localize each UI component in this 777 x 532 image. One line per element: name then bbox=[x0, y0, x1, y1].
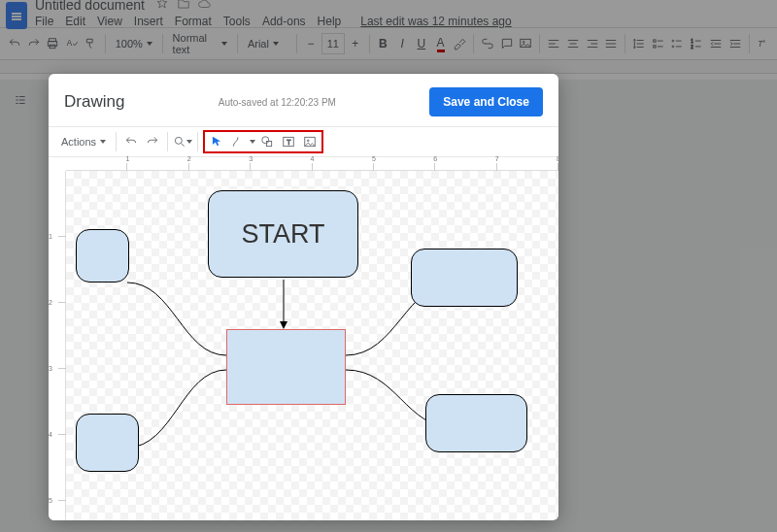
menu-insert[interactable]: Insert bbox=[134, 15, 163, 28]
textbox-tool[interactable]: T bbox=[279, 132, 298, 151]
shape-tool[interactable] bbox=[257, 132, 277, 151]
font-dropdown[interactable]: Arial bbox=[243, 33, 291, 54]
svg-rect-2 bbox=[50, 45, 55, 49]
svg-rect-7 bbox=[653, 46, 655, 48]
menu-format[interactable]: Format bbox=[175, 15, 212, 28]
text-color-button[interactable]: A bbox=[432, 33, 450, 54]
last-edit-link[interactable]: Last edit was 12 minutes ago bbox=[360, 15, 511, 28]
docs-toolbar: A 100% Normal text Arial − 11 + B I U A … bbox=[0, 27, 777, 60]
undo-button[interactable] bbox=[121, 132, 141, 151]
line-tool-dropdown[interactable] bbox=[250, 140, 255, 144]
drawing-toolbar: Actions T bbox=[49, 126, 558, 157]
indent-decrease-button[interactable] bbox=[707, 33, 725, 54]
align-justify-button[interactable] bbox=[602, 33, 620, 54]
clear-formatting-button[interactable]: Tx bbox=[754, 33, 771, 54]
bulleted-list-button[interactable] bbox=[669, 33, 687, 54]
undo-button[interactable] bbox=[6, 33, 23, 54]
drawing-canvas[interactable]: START bbox=[66, 171, 558, 520]
menu-addons[interactable]: Add-ons bbox=[262, 15, 306, 28]
shape-bottom-left[interactable] bbox=[76, 414, 139, 472]
vertical-ruler: 12345 bbox=[49, 171, 66, 520]
font-size-increase[interactable]: + bbox=[347, 33, 364, 54]
select-tool[interactable] bbox=[207, 132, 226, 151]
image-tool[interactable] bbox=[300, 132, 320, 151]
star-icon[interactable] bbox=[155, 0, 171, 13]
svg-rect-6 bbox=[653, 40, 655, 42]
docs-ruler bbox=[0, 60, 777, 74]
shape-bottom-right[interactable] bbox=[425, 394, 527, 452]
svg-point-5 bbox=[524, 41, 525, 43]
align-right-button[interactable] bbox=[584, 33, 601, 54]
menu-tools[interactable]: Tools bbox=[223, 15, 251, 28]
numbered-list-button[interactable]: 12 bbox=[688, 33, 705, 54]
highlighted-toolbox: T bbox=[203, 130, 323, 153]
menu-file[interactable]: File bbox=[35, 15, 53, 28]
line-tool[interactable] bbox=[228, 132, 248, 151]
shape-top-left[interactable] bbox=[76, 229, 129, 283]
menu-edit[interactable]: Edit bbox=[65, 15, 85, 28]
svg-text:1: 1 bbox=[691, 39, 693, 44]
menu-help[interactable]: Help bbox=[318, 15, 342, 28]
svg-rect-16 bbox=[266, 141, 271, 146]
spellcheck-button[interactable]: A bbox=[63, 33, 81, 54]
cloud-icon[interactable] bbox=[198, 0, 214, 13]
line-spacing-button[interactable] bbox=[630, 33, 648, 54]
svg-point-8 bbox=[672, 40, 674, 42]
svg-text:A: A bbox=[67, 39, 73, 48]
save-and-close-button[interactable]: Save and Close bbox=[429, 87, 543, 116]
align-left-button[interactable] bbox=[545, 33, 562, 54]
svg-point-14 bbox=[175, 137, 182, 144]
font-size-input[interactable]: 11 bbox=[321, 33, 345, 54]
paragraph-style-dropdown[interactable]: Normal text bbox=[168, 33, 233, 54]
move-icon[interactable] bbox=[177, 0, 192, 13]
menu-bar: File Edit View Insert Format Tools Add-o… bbox=[35, 13, 512, 34]
actions-dropdown[interactable]: Actions bbox=[56, 131, 111, 152]
italic-button[interactable]: I bbox=[393, 33, 411, 54]
svg-text:T: T bbox=[287, 139, 291, 146]
svg-point-9 bbox=[672, 46, 674, 48]
insert-link-button[interactable] bbox=[479, 33, 496, 54]
redo-button[interactable] bbox=[143, 132, 162, 151]
drawing-dialog: Drawing Auto-saved at 12:20:23 PM Save a… bbox=[49, 74, 558, 520]
svg-point-15 bbox=[262, 137, 269, 144]
shape-top-right[interactable] bbox=[411, 249, 518, 307]
svg-point-20 bbox=[307, 140, 309, 142]
horizontal-ruler: 12345678 bbox=[66, 157, 558, 171]
docs-logo[interactable] bbox=[6, 2, 27, 29]
insert-image-button[interactable] bbox=[518, 33, 535, 54]
redo-button[interactable] bbox=[25, 33, 43, 54]
shape-start[interactable]: START bbox=[208, 190, 358, 278]
menu-view[interactable]: View bbox=[97, 15, 122, 28]
underline-button[interactable]: U bbox=[413, 33, 430, 54]
paint-format-button[interactable] bbox=[83, 33, 100, 54]
print-button[interactable] bbox=[45, 33, 62, 54]
svg-text:x: x bbox=[763, 39, 766, 44]
document-title[interactable]: Untitled document bbox=[35, 0, 145, 13]
align-center-button[interactable] bbox=[564, 33, 582, 54]
dialog-title: Drawing bbox=[64, 92, 124, 112]
zoom-dropdown[interactable]: 100% bbox=[111, 33, 157, 54]
outline-toggle-icon[interactable] bbox=[14, 93, 33, 109]
bold-button[interactable]: B bbox=[374, 33, 391, 54]
indent-increase-button[interactable] bbox=[726, 33, 744, 54]
start-label: START bbox=[241, 219, 324, 249]
insert-comment-button[interactable] bbox=[498, 33, 516, 54]
checklist-button[interactable] bbox=[650, 33, 667, 54]
font-size-decrease[interactable]: − bbox=[302, 33, 320, 54]
shape-center-selected[interactable] bbox=[226, 329, 346, 405]
autosave-status: Auto-saved at 12:20:23 PM bbox=[219, 97, 336, 108]
highlight-button[interactable] bbox=[451, 33, 468, 54]
zoom-dropdown[interactable] bbox=[173, 132, 192, 151]
svg-text:2: 2 bbox=[691, 45, 693, 50]
